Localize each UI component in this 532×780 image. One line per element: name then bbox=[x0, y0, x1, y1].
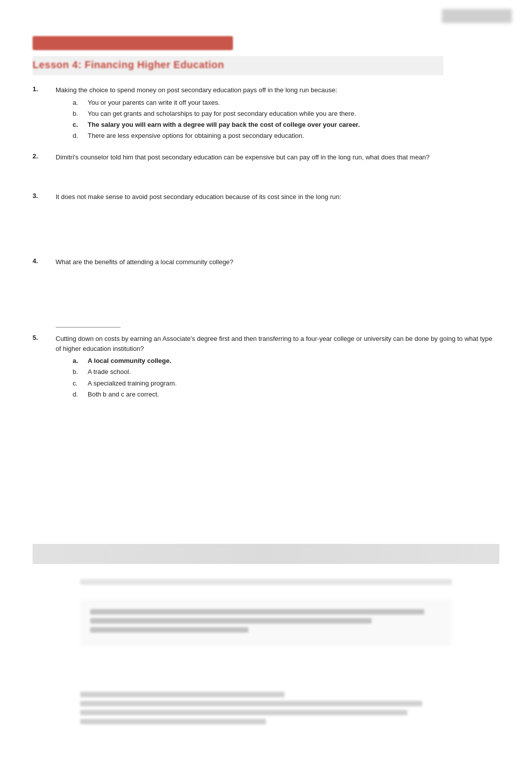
q5-answer-b: b. A trade school. bbox=[73, 366, 499, 377]
q5-text: Cutting down on costs by earning an Asso… bbox=[56, 334, 499, 353]
q5-answer-c: c. A specialized training program. bbox=[73, 378, 499, 389]
blurred-line-b bbox=[90, 618, 372, 624]
q1-answer-c: c. The salary you will earn with a degre… bbox=[73, 119, 499, 130]
q1-number: 1. bbox=[33, 85, 56, 93]
q1-b-text: You can get grants and scholarships to p… bbox=[88, 108, 356, 119]
question-5-item: 5. Cutting down on costs by earning an A… bbox=[33, 334, 499, 353]
q1-d-text: There are less expensive options for obt… bbox=[88, 130, 304, 141]
page-container: Lesson 4: Financing Higher Education 1. … bbox=[0, 0, 532, 780]
q1-answers: a. You or your parents can write it off … bbox=[73, 97, 499, 141]
q3-number: 3. bbox=[33, 192, 56, 200]
top-logo bbox=[442, 9, 512, 23]
blurred-line-e bbox=[80, 701, 422, 706]
top-banner bbox=[33, 36, 233, 50]
q5-c-letter: c. bbox=[73, 378, 88, 389]
blurred-line-d bbox=[80, 692, 285, 697]
blurred-line-g bbox=[80, 719, 266, 724]
question-2: 2. Dimitri's counselor told him that pos… bbox=[33, 152, 499, 162]
q5-answer-d: d. Both b and c are correct. bbox=[73, 389, 499, 400]
q1-answer-b: b. You can get grants and scholarships t… bbox=[73, 108, 499, 119]
q5-a-letter: a. bbox=[73, 355, 88, 366]
q5-b-letter: b. bbox=[73, 366, 88, 377]
lesson-title: Lesson 4: Financing Higher Education bbox=[33, 59, 224, 71]
blurred-content-box bbox=[80, 599, 452, 646]
q1-d-letter: d. bbox=[73, 130, 88, 141]
q1-answer-a: a. You or your parents can write it off … bbox=[73, 97, 499, 108]
q5-number: 5. bbox=[33, 334, 56, 341]
q4-text: What are the benefits of attending a loc… bbox=[56, 257, 233, 267]
q1-c-letter: c. bbox=[73, 119, 88, 130]
question-2-item: 2. Dimitri's counselor told him that pos… bbox=[33, 152, 499, 162]
question-5: 5. Cutting down on costs by earning an A… bbox=[33, 334, 499, 400]
q2-number: 2. bbox=[33, 152, 56, 160]
blurred-line-1 bbox=[80, 579, 452, 585]
q1-text: Making the choice to spend money on post… bbox=[56, 85, 337, 95]
blurred-line-a bbox=[90, 609, 424, 615]
bottom-bar bbox=[33, 544, 499, 564]
question-1-item: 1. Making the choice to spend money on p… bbox=[33, 85, 499, 95]
main-content: 1. Making the choice to spend money on p… bbox=[33, 85, 499, 411]
q5-d-text: Both b and c are correct. bbox=[88, 389, 159, 400]
q1-answer-d: d. There are less expensive options for … bbox=[73, 130, 499, 141]
q3-text: It does not make sense to avoid post sec… bbox=[56, 192, 341, 202]
q5-a-text: A local community college. bbox=[88, 355, 171, 366]
blurred-section-2 bbox=[80, 692, 452, 728]
q1-c-text: The salary you will earn with a degree w… bbox=[88, 119, 360, 130]
q5-c-text: A specialized training program. bbox=[88, 378, 177, 389]
q1-b-letter: b. bbox=[73, 108, 88, 119]
question-4-item: 4. What are the benefits of attending a … bbox=[33, 257, 499, 267]
question-3-item: 3. It does not make sense to avoid post … bbox=[33, 192, 499, 202]
q5-d-letter: d. bbox=[73, 389, 88, 400]
q1-a-letter: a. bbox=[73, 97, 88, 108]
blurred-line-c bbox=[90, 627, 248, 633]
q5-answers: a. A local community college. b. A trade… bbox=[73, 355, 499, 400]
q5-answer-a: a. A local community college. bbox=[73, 355, 499, 366]
q5-b-text: A trade school. bbox=[88, 366, 131, 377]
question-3: 3. It does not make sense to avoid post … bbox=[33, 192, 499, 202]
question-4: 4. What are the benefits of attending a … bbox=[33, 257, 499, 267]
bottom-section bbox=[0, 571, 532, 780]
q1-a-text: You or your parents can write it off you… bbox=[88, 97, 220, 108]
question-1: 1. Making the choice to spend money on p… bbox=[33, 85, 499, 141]
q2-text: Dimitri's counselor told him that post s… bbox=[56, 152, 430, 162]
blurred-line-f bbox=[80, 710, 407, 715]
q5-divider bbox=[56, 327, 121, 328]
q4-number: 4. bbox=[33, 257, 56, 265]
